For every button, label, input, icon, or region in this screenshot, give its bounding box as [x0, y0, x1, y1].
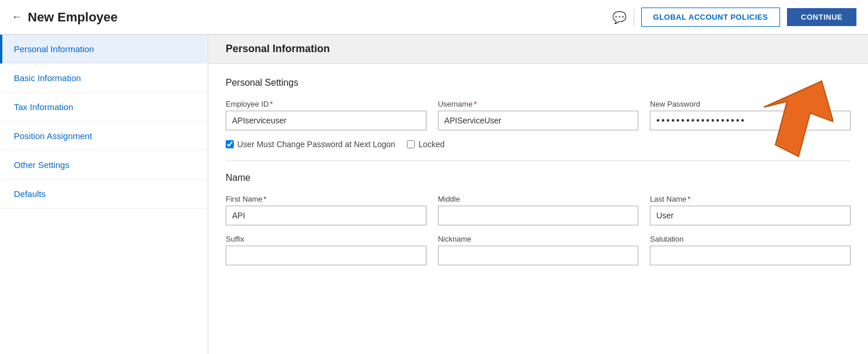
last-name-label: Last Name*: [650, 195, 851, 203]
locked-checkbox[interactable]: [407, 140, 415, 148]
user-must-change-checkbox[interactable]: [226, 140, 234, 148]
main-layout: Personal Information Basic Information T…: [0, 35, 868, 354]
nickname-label: Nickname: [438, 235, 639, 243]
page-title: New Employee: [28, 10, 117, 25]
middle-field: Middle: [438, 195, 639, 225]
last-name-input[interactable]: [650, 206, 851, 225]
continue-button[interactable]: CONTINUE: [787, 8, 856, 26]
salutation-label: Salutation: [650, 235, 851, 243]
employee-id-input[interactable]: [226, 111, 426, 130]
first-name-input[interactable]: [226, 206, 426, 225]
suffix-field: Suffix: [226, 235, 426, 265]
employee-id-field: Employee ID*: [226, 100, 426, 130]
name-row-2: Suffix Nickname Salutation: [226, 235, 851, 265]
header-divider: [634, 9, 634, 26]
locked-checkbox-label[interactable]: Locked: [407, 140, 444, 149]
middle-label: Middle: [438, 195, 639, 203]
header-left: ← New Employee: [12, 10, 117, 25]
back-arrow-icon[interactable]: ←: [12, 11, 22, 23]
first-name-label: First Name*: [226, 195, 426, 203]
content-body: Personal Settings Employee ID* Username*…: [208, 64, 868, 289]
username-input[interactable]: [438, 111, 639, 130]
suffix-label: Suffix: [226, 235, 426, 243]
sidebar-item-basic-information[interactable]: Basic Information: [0, 64, 208, 93]
checkbox-row: User Must Change Password at Next Logon …: [226, 140, 851, 149]
new-password-input[interactable]: [650, 111, 851, 130]
sidebar-item-defaults[interactable]: Defaults: [0, 180, 208, 209]
suffix-input[interactable]: [226, 246, 426, 265]
salutation-field: Salutation: [650, 235, 851, 265]
nickname-field: Nickname: [438, 235, 639, 265]
content-area: Personal Information Personal Settings E…: [208, 35, 868, 354]
sidebar-item-position-assignment[interactable]: Position Assignment: [0, 122, 208, 151]
header: ← New Employee 💬 GLOBAL ACCOUNT POLICIES…: [0, 0, 868, 35]
username-field: Username*: [438, 100, 639, 130]
middle-input[interactable]: [438, 206, 639, 225]
header-right: 💬 GLOBAL ACCOUNT POLICIES CONTINUE: [612, 8, 856, 27]
sidebar-item-tax-information[interactable]: Tax Information: [0, 93, 208, 122]
employee-id-label: Employee ID*: [226, 100, 426, 108]
name-section-title: Name: [226, 173, 851, 183]
content-section-header: Personal Information: [208, 35, 868, 64]
comment-button[interactable]: 💬: [612, 10, 627, 24]
personal-settings-row-1: Employee ID* Username* New Password: [226, 100, 851, 130]
new-password-label: New Password: [650, 100, 851, 108]
global-account-policies-button[interactable]: GLOBAL ACCOUNT POLICIES: [641, 8, 781, 27]
new-password-field: New Password: [650, 100, 851, 130]
sidebar-item-other-settings[interactable]: Other Settings: [0, 151, 208, 180]
section-divider: [226, 160, 851, 161]
user-must-change-checkbox-label[interactable]: User Must Change Password at Next Logon: [226, 140, 395, 149]
name-row-1: First Name* Middle Last Name*: [226, 195, 851, 225]
salutation-input[interactable]: [650, 246, 851, 265]
username-label: Username*: [438, 100, 639, 108]
nickname-input[interactable]: [438, 246, 639, 265]
sidebar-item-personal-information[interactable]: Personal Information: [0, 35, 208, 64]
last-name-field: Last Name*: [650, 195, 851, 225]
first-name-field: First Name*: [226, 195, 426, 225]
personal-settings-title: Personal Settings: [226, 78, 851, 88]
sidebar: Personal Information Basic Information T…: [0, 35, 208, 354]
